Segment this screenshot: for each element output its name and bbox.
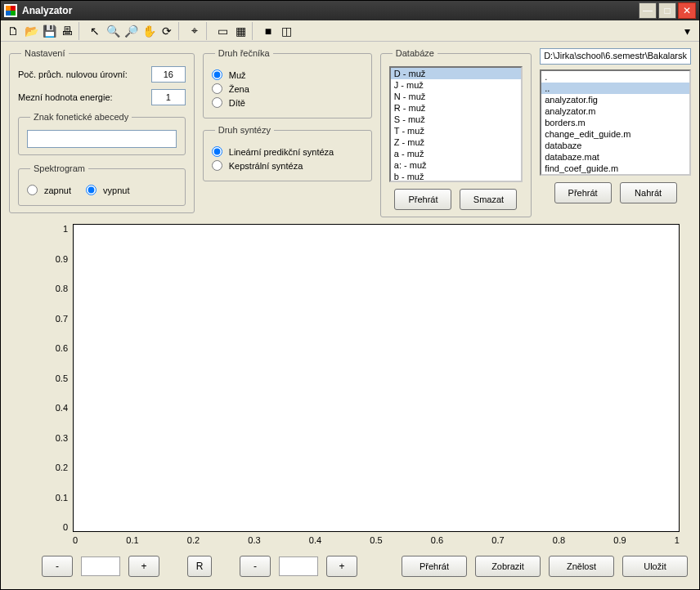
separator — [206, 22, 211, 40]
voicing-button[interactable]: Znělost — [549, 556, 614, 577]
stop-icon[interactable]: ■ — [259, 22, 277, 40]
open-file-icon[interactable]: 📂 — [22, 22, 40, 40]
list-item[interactable]: S - muž — [391, 114, 521, 125]
speaker-legend: Druh řečníka — [215, 48, 273, 58]
list-item[interactable]: .. — [541, 83, 689, 94]
reset-button[interactable]: R — [187, 556, 212, 577]
maximize-button[interactable]: □ — [658, 2, 676, 19]
legend-toggle-icon[interactable]: ▭ — [213, 22, 231, 40]
list-item[interactable]: find_coef_guide.m — [541, 163, 689, 174]
zoom-in-icon[interactable]: 🔍 — [104, 22, 122, 40]
speaker-option-0[interactable]: Muž — [212, 69, 363, 80]
files-listbox[interactable]: ...analyzator.figanalyzator.mborders.mch… — [540, 69, 691, 176]
synthesis-panel: Druh syntézy Lineární predikční syntéza … — [203, 125, 372, 181]
phonetic-char-legend: Znak fonetické abecedy — [30, 112, 132, 122]
list-item[interactable]: borders.m — [541, 117, 689, 128]
x-axis: 00.10.20.30.40.50.60.70.80.91 — [73, 535, 680, 545]
spectrogram-panel: Spektrogram zapnut vypnut — [18, 163, 186, 206]
energy-threshold-label: Mezní hodnota energie: — [18, 92, 146, 102]
files-play-button[interactable]: Přehrát — [554, 182, 612, 203]
list-item[interactable]: a - muž — [391, 148, 521, 159]
list-item[interactable]: T - muž — [391, 125, 521, 136]
speaker-option-2[interactable]: Dítě — [212, 97, 363, 108]
list-item[interactable]: Z - muž — [391, 136, 521, 148]
pan-icon[interactable]: ✋ — [140, 22, 158, 40]
spectrogram-legend: Spektrogram — [30, 163, 88, 173]
speaker-option-1[interactable]: Žena — [212, 83, 363, 94]
separator — [178, 22, 183, 40]
plot-canvas[interactable] — [73, 224, 680, 532]
path-display: D:\Jirka\school\6.semestr\Bakalarsk — [540, 48, 691, 65]
minimize-button[interactable]: — — [639, 2, 657, 19]
list-item[interactable]: find_pmarks.m — [541, 174, 689, 176]
database-legend: Databáze — [393, 48, 438, 58]
range1-plus-button[interactable]: + — [128, 556, 159, 577]
settings-legend: Nastavení — [21, 48, 69, 58]
synthesis-option-1[interactable]: Kepstrální syntéza — [212, 160, 363, 171]
database-play-button[interactable]: Přehrát — [394, 189, 451, 210]
files-load-button[interactable]: Nahrát — [620, 182, 677, 203]
synthesis-option-0[interactable]: Lineární predikční syntéza — [212, 146, 363, 157]
spectrogram-off-radio[interactable]: vypnut — [86, 185, 129, 195]
close-button[interactable]: ✕ — [678, 2, 696, 19]
range2-minus-button[interactable]: - — [240, 556, 271, 577]
spectrogram-on-label: zapnut — [44, 185, 71, 195]
speaker-panel: Druh řečníka Muž Žena Dítě — [203, 48, 372, 118]
synthesis-legend: Druh syntézy — [215, 125, 274, 135]
app-icon — [4, 4, 17, 17]
range2-plus-button[interactable]: + — [326, 556, 357, 577]
list-item[interactable]: . — [541, 71, 689, 83]
database-panel: Databáze D - mužJ - mužN - mužR - mužS -… — [380, 48, 532, 217]
range1-minus-button[interactable]: - — [42, 556, 73, 577]
list-item[interactable]: analyzator.fig — [541, 94, 689, 105]
colorbar-icon[interactable]: ▦ — [231, 22, 249, 40]
arrow-icon[interactable]: ↖ — [86, 22, 104, 40]
phonetic-char-panel: Znak fonetické abecedy — [18, 112, 186, 155]
list-item[interactable]: b - muž — [391, 171, 521, 182]
list-item[interactable]: R - muž — [391, 102, 521, 114]
menu-chevron-icon[interactable]: ▾ — [678, 22, 696, 40]
spectrogram-on-radio[interactable]: zapnut — [27, 185, 71, 195]
settings-panel: Nastavení Poč. průch. nulovou úrovní: Me… — [9, 48, 195, 213]
zero-crossings-label: Poč. průch. nulovou úrovní: — [18, 69, 146, 79]
range2-value-input[interactable] — [279, 556, 318, 576]
list-item[interactable]: a: - muž — [391, 159, 521, 171]
zoom-out-icon[interactable]: 🔎 — [122, 22, 140, 40]
plot-area: 10.90.80.70.60.50.40.30.20.10 00.10.20.3… — [50, 224, 680, 545]
range1-value-input[interactable] — [81, 556, 120, 576]
energy-threshold-input[interactable] — [151, 89, 186, 105]
list-item[interactable]: N - muž — [391, 91, 521, 102]
list-item[interactable]: databaze.mat — [541, 151, 689, 163]
rotate-icon[interactable]: ⟳ — [158, 22, 176, 40]
spectrogram-off-label: vypnut — [103, 185, 129, 195]
save-button[interactable]: Uložit — [622, 556, 688, 577]
zero-crossings-input[interactable] — [151, 66, 186, 83]
toolbar: 🗋 📂 💾 🖶 ↖ 🔍 🔎 ✋ ⟳ ⌖ ▭ ▦ ■ ◫ ▾ — [1, 20, 699, 42]
save-icon[interactable]: 💾 — [40, 22, 58, 40]
print-icon[interactable]: 🖶 — [58, 22, 76, 40]
play-button[interactable]: Přehrát — [402, 556, 467, 577]
phonetic-char-input[interactable] — [27, 130, 177, 148]
bottom-controls: - + R - + Přehrát Zobrazit Znělost Uloži… — [9, 545, 691, 581]
dock-icon[interactable]: ◫ — [277, 22, 295, 40]
list-item[interactable]: analyzator.m — [541, 105, 689, 117]
separator — [252, 22, 257, 40]
list-item[interactable]: databaze — [541, 140, 689, 151]
show-button[interactable]: Zobrazit — [475, 556, 541, 577]
database-delete-button[interactable]: Smazat — [460, 189, 517, 210]
window-title: Analyzator — [22, 5, 637, 16]
data-cursor-icon[interactable]: ⌖ — [186, 22, 204, 40]
new-file-icon[interactable]: 🗋 — [4, 22, 22, 40]
y-axis: 10.90.80.70.60.50.40.30.20.10 — [50, 224, 73, 532]
list-item[interactable]: D - muž — [391, 68, 521, 79]
list-item[interactable]: J - muž — [391, 79, 521, 91]
list-item[interactable]: change_edit_guide.m — [541, 128, 689, 140]
database-listbox[interactable]: D - mužJ - mužN - mužR - mužS - mužT - m… — [389, 66, 523, 182]
separator — [79, 22, 83, 40]
